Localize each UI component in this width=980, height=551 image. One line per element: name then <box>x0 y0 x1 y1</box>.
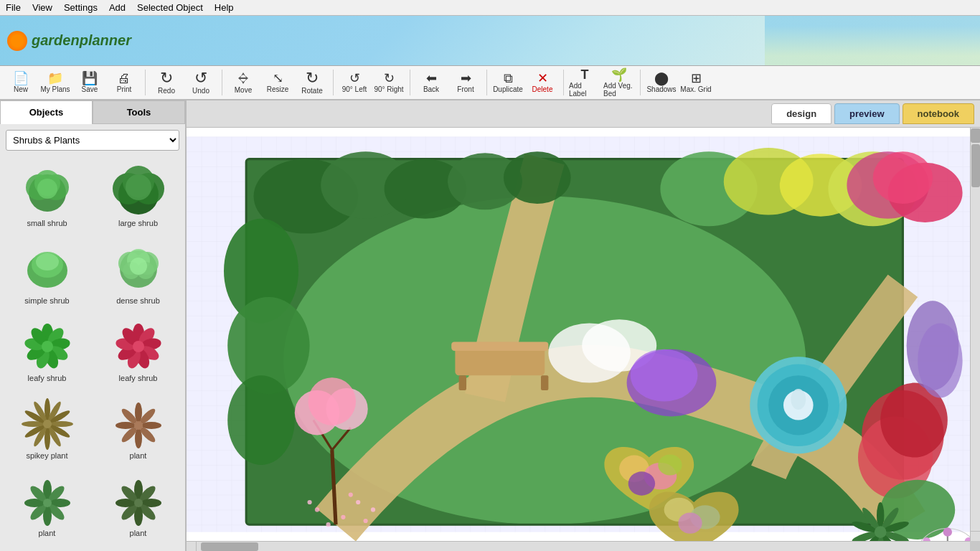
tab-objects[interactable]: Objects <box>0 100 93 124</box>
brand-icon <box>7 31 27 51</box>
leafy-shrub-green-label: leafy shrub <box>28 374 67 382</box>
list-item[interactable]: dense shrub <box>94 237 182 311</box>
horizontal-scroll-thumb[interactable] <box>201 542 258 551</box>
svg-point-167 <box>307 500 311 504</box>
simple-shrub-label: simple shrub <box>24 296 69 305</box>
menu-selected-object[interactable]: Selected Object <box>137 2 203 13</box>
sep4 <box>410 70 410 95</box>
garden-svg <box>187 128 970 541</box>
spikey-plant-label: spikey plant <box>26 451 67 460</box>
brand: gardenplanner <box>7 31 131 51</box>
svg-point-161 <box>356 500 360 504</box>
shadows-button[interactable]: ⬤Shadows <box>645 67 678 98</box>
list-item[interactable]: plant <box>94 392 182 466</box>
list-item[interactable]: spikey plant <box>3 392 91 466</box>
resize-button[interactable]: ⤡Resize <box>261 67 294 98</box>
duplicate-button[interactable]: ⧉Duplicate <box>491 67 524 98</box>
svg-point-116 <box>227 375 295 465</box>
small-shrub-label: small shrub <box>27 219 67 227</box>
svg-point-165 <box>326 522 330 527</box>
list-item[interactable]: simple shrub <box>3 237 91 311</box>
my-plans-button[interactable]: 📁My Plans <box>39 67 72 98</box>
add-label-button[interactable]: TAdd Label <box>568 67 601 98</box>
new-button[interactable]: 📄New <box>4 67 37 98</box>
horizontal-scrollbar[interactable] <box>187 541 970 551</box>
svg-point-71 <box>43 499 52 507</box>
svg-point-113 <box>873 151 933 204</box>
tab-design[interactable]: design <box>771 103 831 124</box>
front-button[interactable]: ➡Front <box>449 67 482 98</box>
leafy-shrub-red-label: leafy shrub <box>119 374 158 382</box>
svg-point-136 <box>678 513 702 534</box>
large-shrub-icon <box>113 166 164 217</box>
menu-view[interactable]: View <box>32 2 52 13</box>
simple-shrub-icon <box>22 243 73 295</box>
header: gardenplanner <box>0 16 980 66</box>
vertical-scroll-thumb[interactable] <box>971 144 980 187</box>
menu-bar: File View Settings Add Selected Object H… <box>0 0 980 16</box>
small-shrub-icon <box>22 166 73 217</box>
objects-grid: small shrub large shrub <box>0 156 185 551</box>
list-item[interactable] <box>94 547 182 551</box>
sep7 <box>640 70 641 95</box>
list-item[interactable]: large shrub <box>94 159 182 234</box>
svg-point-150 <box>943 527 952 536</box>
svg-point-160 <box>308 377 357 425</box>
max-grid-button[interactable]: ⊞Max. Grid <box>679 67 712 98</box>
svg-point-162 <box>341 515 345 519</box>
undo-button[interactable]: ↺Undo <box>184 67 217 98</box>
rotate-button[interactable]: ↻Rotate <box>296 67 329 98</box>
dense-shrub-label: dense shrub <box>116 296 160 305</box>
menu-add[interactable]: Add <box>109 2 126 13</box>
menu-file[interactable]: File <box>6 2 21 13</box>
brand-name: gardenplanner <box>32 32 131 49</box>
list-item[interactable]: leafy shrub <box>94 314 182 389</box>
svg-point-129 <box>791 389 806 410</box>
tab-preview[interactable]: preview <box>834 103 899 124</box>
spikey-plant-icon <box>22 398 73 450</box>
svg-rect-120 <box>541 375 548 390</box>
redo-button[interactable]: ↻Redo <box>150 67 183 98</box>
svg-point-124 <box>631 349 698 402</box>
svg-point-164 <box>315 507 319 512</box>
panel-tabs: Objects Tools <box>0 100 185 124</box>
left-panel: Objects Tools Shrubs & Plants Trees Flow… <box>0 100 187 551</box>
category-select[interactable]: Shrubs & Plants Trees Flowers Ground Cov… <box>6 130 179 151</box>
90left-button[interactable]: ↺90° Left <box>338 67 371 98</box>
tab-tools[interactable]: Tools <box>93 100 185 124</box>
toolbar: 📄New 📁My Plans 💾Save 🖨Print ↻Redo ↺Undo … <box>0 66 980 100</box>
svg-point-53 <box>43 420 52 428</box>
save-button[interactable]: 💾Save <box>73 67 106 98</box>
list-item[interactable]: small shrub <box>3 159 91 234</box>
svg-rect-119 <box>459 375 466 390</box>
sep1 <box>145 70 146 95</box>
add-veg-bed-button[interactable]: 🌱Add Veg. Bed <box>603 67 636 98</box>
tab-notebook[interactable]: notebook <box>903 103 975 124</box>
vertical-scrollbar[interactable] <box>970 128 980 541</box>
sep6 <box>563 70 564 95</box>
svg-point-163 <box>371 507 375 512</box>
back-button[interactable]: ⬅Back <box>415 67 448 98</box>
90right-button[interactable]: ↻90° Right <box>372 67 405 98</box>
dense-shrub-icon <box>113 243 164 295</box>
list-item[interactable] <box>3 547 91 551</box>
delete-button[interactable]: ✕Delete <box>526 67 559 98</box>
svg-point-20 <box>130 258 147 275</box>
list-item[interactable]: leafy shrub <box>3 314 91 389</box>
svg-point-106 <box>504 151 571 204</box>
leafy-shrub-red-icon <box>113 321 164 372</box>
garden-canvas[interactable] <box>187 128 970 541</box>
category-dropdown[interactable]: Shrubs & Plants Trees Flowers Ground Cov… <box>6 130 179 151</box>
sep2 <box>222 70 222 95</box>
svg-point-5 <box>37 179 57 199</box>
print-button[interactable]: 🖨Print <box>108 67 141 98</box>
plant3-icon <box>113 476 164 527</box>
list-item[interactable]: plant <box>94 469 182 544</box>
svg-point-10 <box>126 174 151 200</box>
svg-point-132 <box>628 471 655 495</box>
menu-help[interactable]: Help <box>215 2 234 13</box>
menu-settings[interactable]: Settings <box>64 2 98 13</box>
list-item[interactable]: plant <box>3 469 91 544</box>
move-button[interactable]: Move <box>227 67 260 98</box>
svg-point-13 <box>36 253 59 270</box>
